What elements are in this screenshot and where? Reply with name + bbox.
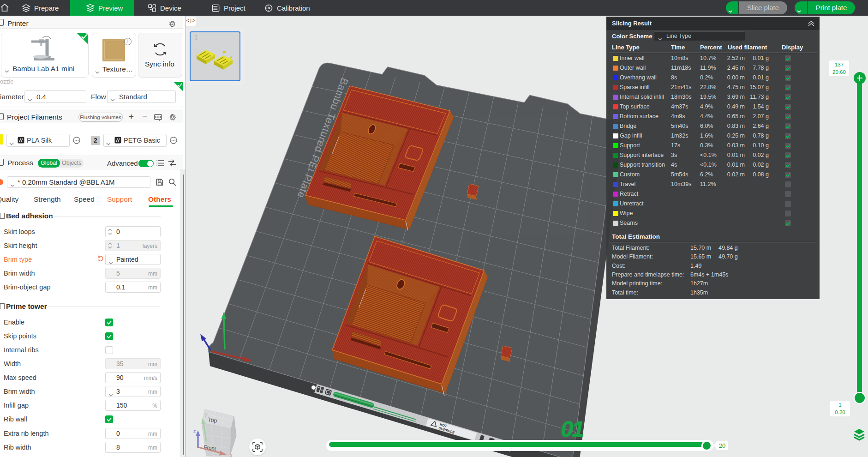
svg-text:x: x [230, 452, 233, 457]
svg-text:z: z [193, 428, 196, 434]
svg-text:Top: Top [208, 416, 218, 424]
svg-text:y: y [205, 411, 208, 417]
